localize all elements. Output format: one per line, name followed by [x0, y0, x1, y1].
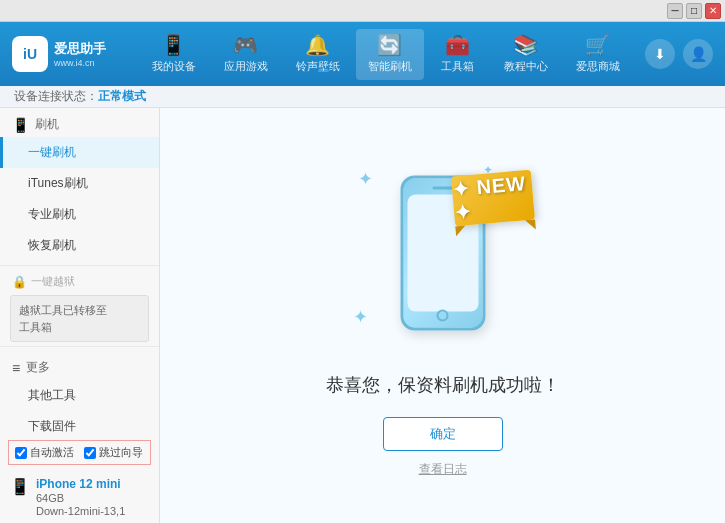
- device-version: Down-12mini-13,1: [36, 505, 125, 517]
- connection-label: 设备连接状态：: [14, 88, 98, 105]
- phone-illustration: ✦ ✦ ✦ ✦ NEW ✦: [343, 153, 543, 353]
- header-right: ⬇ 👤: [645, 39, 713, 69]
- skip-wizard-checkbox[interactable]: [84, 447, 96, 459]
- sidebar: 📱 刷机 一键刷机 iTunes刷机 专业刷机 恢复刷机: [0, 108, 160, 523]
- auto-activate-checkbox[interactable]: [15, 447, 27, 459]
- sidebar-item-itunes-flash[interactable]: iTunes刷机: [0, 168, 159, 199]
- more-section-label: 更多: [26, 359, 50, 376]
- sidebar-item-onekey-flash[interactable]: 一键刷机: [0, 137, 159, 168]
- download-btn[interactable]: ⬇: [645, 39, 675, 69]
- nav-label: 教程中心: [504, 59, 548, 74]
- user-btn[interactable]: 👤: [683, 39, 713, 69]
- nav-toolbox[interactable]: 🧰 工具箱: [428, 29, 488, 80]
- connection-value: 正常模式: [98, 88, 146, 105]
- nav-ringtone[interactable]: 🔔 铃声壁纸: [284, 29, 352, 80]
- close-btn[interactable]: ✕: [705, 3, 721, 19]
- sidebar-section-flash: 📱 刷机: [0, 108, 159, 137]
- nav-label: 应用游戏: [224, 59, 268, 74]
- maximize-btn[interactable]: □: [686, 3, 702, 19]
- content-area: ✦ ✦ ✦ ✦ NEW ✦ 恭喜您，保资料刷机成功啦！ 确定 查看日志: [160, 108, 725, 523]
- device-icon: 📱: [161, 35, 186, 55]
- connection-bar: 设备连接状态： 正常模式: [0, 86, 725, 108]
- nav-label: 工具箱: [441, 59, 474, 74]
- device-info: 📱 iPhone 12 mini 64GB Down-12mini-13,1: [0, 471, 159, 523]
- skip-wizard-label[interactable]: 跳过向导: [84, 445, 143, 460]
- tutorial-icon: 📚: [513, 35, 538, 55]
- app-icon: 🎮: [233, 35, 258, 55]
- jailbreak-notice: 越狱工具已转移至 工具箱: [10, 295, 149, 342]
- device-details: iPhone 12 mini 64GB Down-12mini-13,1: [36, 477, 125, 517]
- new-badge-text: ✦ NEW ✦: [451, 171, 535, 226]
- logo-icon: iU: [12, 36, 48, 72]
- nav-label: 爱思商城: [576, 59, 620, 74]
- phone-home-btn: [437, 310, 449, 322]
- logo-text: 爱思助手 www.i4.cn: [54, 40, 106, 68]
- sidebar-container: 📱 刷机 一键刷机 iTunes刷机 专业刷机 恢复刷机: [0, 108, 159, 523]
- flash-icon: 🔄: [377, 35, 402, 55]
- more-section-icon: ≡: [12, 360, 20, 376]
- sidebar-subsection-jailbreak: 🔒 一键越狱: [0, 270, 159, 291]
- nav-mall[interactable]: 🛒 爱思商城: [564, 29, 632, 80]
- new-badge: ✦ NEW ✦: [450, 170, 534, 227]
- device-storage: 64GB: [36, 492, 125, 504]
- device-phone-icon: 📱: [10, 477, 30, 496]
- sidebar-item-other-tools[interactable]: 其他工具: [0, 380, 159, 411]
- view-log-link[interactable]: 查看日志: [419, 461, 467, 478]
- sparkle-icon-2: ✦: [353, 306, 368, 328]
- header: iU 爱思助手 www.i4.cn 📱 我的设备 🎮 应用游戏 🔔 铃声壁纸 🔄…: [0, 22, 725, 86]
- sidebar-item-restore-flash[interactable]: 恢复刷机: [0, 230, 159, 261]
- divider-2: [0, 346, 159, 347]
- toolbox-icon: 🧰: [445, 35, 470, 55]
- success-message: 恭喜您，保资料刷机成功啦！: [326, 373, 560, 397]
- device-name: iPhone 12 mini: [36, 477, 125, 491]
- logo-url: www.i4.cn: [54, 58, 106, 68]
- main-wrapper: 📱 刷机 一键刷机 iTunes刷机 专业刷机 恢复刷机: [0, 108, 725, 523]
- nav-my-device[interactable]: 📱 我的设备: [140, 29, 208, 80]
- logo-area: iU 爱思助手 www.i4.cn: [12, 36, 106, 72]
- nav-label: 铃声壁纸: [296, 59, 340, 74]
- phone-speaker: [433, 187, 453, 190]
- sidebar-scroll: 📱 刷机 一键刷机 iTunes刷机 专业刷机 恢复刷机: [0, 108, 159, 434]
- divider-1: [0, 265, 159, 266]
- checkbox-row: 自动激活 跳过向导: [8, 440, 151, 465]
- lock-icon: 🔒: [12, 275, 27, 289]
- sidebar-section-more: ≡ 更多: [0, 351, 159, 380]
- nav-label: 我的设备: [152, 59, 196, 74]
- minimize-btn[interactable]: ─: [667, 3, 683, 19]
- nav-tutorial[interactable]: 📚 教程中心: [492, 29, 560, 80]
- sidebar-item-pro-flash[interactable]: 专业刷机: [0, 199, 159, 230]
- flash-section-label: 刷机: [35, 116, 59, 133]
- confirm-button[interactable]: 确定: [383, 417, 503, 451]
- auto-activate-label[interactable]: 自动激活: [15, 445, 74, 460]
- ringtone-icon: 🔔: [305, 35, 330, 55]
- nav-items: 📱 我的设备 🎮 应用游戏 🔔 铃声壁纸 🔄 智能刷机 🧰 工具箱 📚 教程中心…: [126, 29, 645, 80]
- logo-name: 爱思助手: [54, 40, 106, 58]
- nav-label: 智能刷机: [368, 59, 412, 74]
- sparkle-icon-1: ✦: [358, 168, 373, 190]
- nav-smart-flash[interactable]: 🔄 智能刷机: [356, 29, 424, 80]
- nav-app-game[interactable]: 🎮 应用游戏: [212, 29, 280, 80]
- flash-section-icon: 📱: [12, 117, 29, 133]
- sidebar-item-download-firmware[interactable]: 下载固件: [0, 411, 159, 434]
- mall-icon: 🛒: [585, 35, 610, 55]
- title-bar: ─ □ ✕: [0, 0, 725, 22]
